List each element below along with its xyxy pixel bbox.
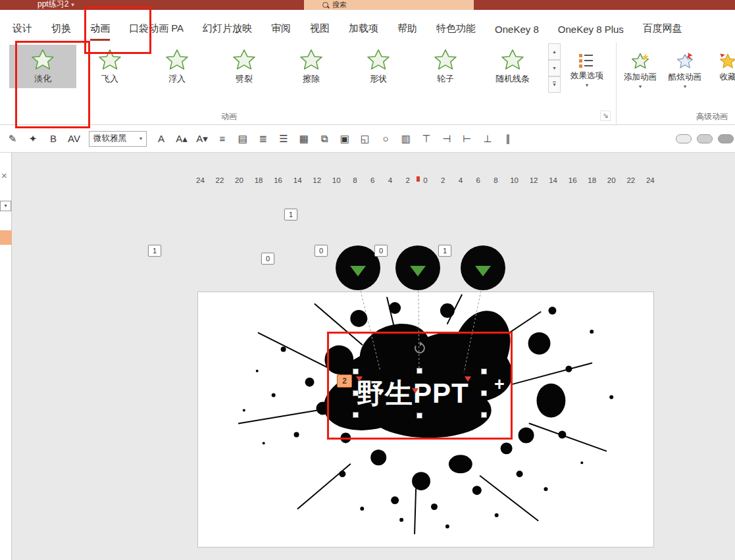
selection-handle[interactable]	[481, 390, 487, 396]
animation-order-badge[interactable]: 1	[284, 209, 297, 220]
tab-onekey-8-plus[interactable]: OneKey 8 Plus	[558, 24, 624, 41]
add-animation-button[interactable]: 添加动画 ▾	[621, 43, 659, 107]
tab-label: 审阅	[271, 22, 291, 34]
gallery-item-fade[interactable]: 淡化	[9, 45, 76, 88]
align-left-edge-button[interactable]: ⊣	[441, 133, 453, 145]
distribute-button[interactable]: ∥	[502, 133, 514, 145]
line-spacing-button[interactable]: ≡	[216, 133, 228, 144]
tab-review[interactable]: 审阅	[271, 22, 291, 41]
paragraph-borders-button[interactable]: ▤	[237, 133, 249, 145]
shape-style-3[interactable]	[718, 134, 734, 143]
horizontal-ruler: 2422201816141210864202468101214161820222…	[196, 175, 655, 186]
black-circle-shape-2[interactable]	[395, 245, 440, 290]
gallery-item-split[interactable]: 劈裂	[211, 45, 278, 88]
oval-shape-button[interactable]: ○	[380, 133, 392, 144]
animation-order-badge[interactable]: 0	[261, 253, 274, 265]
gallery-item-label: 劈裂	[236, 73, 253, 85]
tab-label: OneKey 8 Plus	[558, 24, 624, 35]
format-painter-icon[interactable]: ✎	[7, 133, 18, 145]
wordart-button[interactable]: ◱	[359, 133, 371, 145]
tab-design[interactable]: 设计	[13, 22, 32, 41]
shape-style-presets	[676, 134, 735, 143]
close-icon[interactable]: ×	[1, 171, 7, 180]
align-justify-button[interactable]: ≣	[257, 133, 269, 145]
ruler-tick: 16	[274, 176, 282, 184]
selection-handle[interactable]	[417, 368, 422, 374]
font-name-select[interactable]: 微软雅黑 ▾	[89, 131, 147, 147]
search-input[interactable]: 搜索	[304, 0, 474, 10]
tab-baidu-netdisk[interactable]: 百度网盘	[643, 22, 682, 41]
tab-animations[interactable]: 动画	[90, 22, 110, 41]
animation-order-badge-selected[interactable]: 2	[337, 374, 352, 388]
gallery-more-button[interactable]: ▾	[548, 76, 561, 93]
black-circle-shape-1[interactable]	[336, 245, 380, 290]
selection-handle[interactable]	[353, 390, 359, 396]
selection-handle[interactable]	[417, 413, 422, 419]
tab-special-features[interactable]: 特色功能	[436, 22, 476, 41]
shape-style-1[interactable]	[676, 134, 692, 143]
tab-transitions[interactable]: 切换	[51, 22, 71, 41]
selection-handle[interactable]	[353, 412, 359, 418]
tab-slideshow[interactable]: 幻灯片放映	[203, 22, 252, 41]
gallery-item-wheel[interactable]: 轮子	[412, 45, 479, 88]
animation-order-badge[interactable]: 1	[438, 245, 451, 257]
font-color-button[interactable]: A	[155, 133, 167, 144]
char-spacing-button[interactable]: AV	[68, 133, 80, 144]
favorite-button[interactable]: 收藏	[712, 43, 735, 107]
table-grid-button[interactable]: ▦	[298, 133, 310, 145]
gallery-scroll-down-button[interactable]: ▾	[548, 60, 561, 76]
textbox-button[interactable]: ▣	[339, 133, 351, 145]
pane-dropdown[interactable]: ▾	[0, 201, 11, 211]
black-circle-shape-3[interactable]	[461, 245, 505, 290]
shrink-font-button[interactable]: A▾	[196, 133, 208, 145]
gallery-scroll-up-button[interactable]: ▴	[548, 43, 561, 60]
effect-options-icon	[579, 53, 595, 68]
gallery-item-label: 形状	[370, 73, 387, 85]
gallery-item-wipe[interactable]: 擦除	[278, 45, 345, 88]
ruler-tick: 12	[313, 176, 321, 184]
shape-style-2[interactable]	[697, 134, 713, 143]
cool-animation-button[interactable]: 酷炫动画 ▾	[666, 43, 704, 107]
chart-button[interactable]: ▥	[400, 133, 412, 145]
tab-help[interactable]: 帮助	[397, 22, 417, 41]
advanced-animation-group-label: 高级动画	[696, 111, 728, 122]
animation-star-icon	[32, 49, 54, 71]
selection-handle[interactable]	[481, 369, 487, 374]
align-bottom-button[interactable]: ⊥	[482, 133, 494, 145]
animation-order-badge[interactable]: 0	[374, 245, 388, 257]
gallery-item-shape[interactable]: 形状	[345, 45, 412, 88]
frame-button[interactable]: ⧉	[318, 133, 330, 145]
tab-label: 加载项	[349, 22, 378, 34]
color-swatch[interactable]	[0, 230, 12, 245]
animation-marker-icon	[465, 376, 471, 382]
rotate-handle-icon[interactable]	[413, 342, 426, 357]
align-right-edge-button[interactable]: ⊢	[461, 133, 473, 145]
grow-font-button[interactable]: A▴	[176, 133, 188, 145]
gallery-item-random-bars[interactable]: 随机线条	[479, 45, 546, 88]
ruler-tick: 22	[216, 176, 224, 184]
tab-view[interactable]: 视图	[310, 22, 330, 41]
tab-pocket-animation[interactable]: 口袋动画 PA	[129, 22, 184, 41]
tab-onekey-8[interactable]: OneKey 8	[495, 24, 539, 41]
style-brush-icon[interactable]: ✦	[27, 133, 39, 145]
align-left-button[interactable]: ☰	[278, 133, 290, 145]
ink-splatter-image[interactable]	[198, 292, 653, 547]
tab-addins[interactable]: 加载项	[349, 22, 378, 41]
animation-order-badge[interactable]: 1	[148, 245, 161, 257]
selection-handle[interactable]	[481, 412, 487, 418]
ruler-tick: 20	[607, 176, 616, 184]
gallery-scrollbar: ▴ ▾ ▾	[548, 43, 561, 93]
dialog-launcher-icon[interactable]: ⇘	[600, 111, 611, 121]
animation-order-badge[interactable]: 0	[315, 245, 328, 257]
gallery-item-fly-in[interactable]: 飞入	[76, 45, 143, 88]
chevron-down-icon: ▾	[684, 85, 686, 89]
align-top-button[interactable]: ⊤	[420, 133, 432, 145]
ribbon-animation-group: 淡化 飞入 浮入	[0, 41, 735, 109]
bold-button[interactable]: B	[47, 133, 59, 144]
slide[interactable]	[197, 292, 654, 547]
gallery-item-float-in[interactable]: 浮入	[143, 45, 211, 88]
tab-label: OneKey 8	[495, 24, 539, 35]
selection-handle[interactable]	[353, 369, 359, 374]
effect-options-button[interactable]: 效果选项 ▾	[561, 43, 613, 107]
tab-label: 动画	[90, 22, 110, 34]
